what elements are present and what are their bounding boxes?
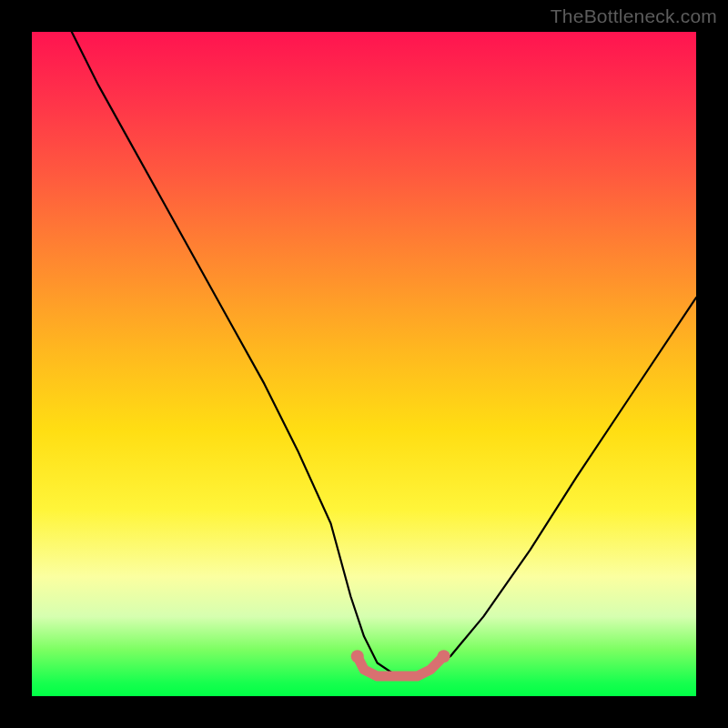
band-end-dot	[438, 650, 450, 662]
plot-area	[32, 32, 696, 696]
bottleneck-curve	[72, 32, 696, 676]
chart-frame: TheBottleneck.com	[0, 0, 728, 728]
band-start-dot	[351, 650, 364, 662]
curve-layer	[32, 32, 696, 696]
optimal-band	[358, 656, 444, 676]
watermark-text: TheBottleneck.com	[551, 5, 717, 27]
